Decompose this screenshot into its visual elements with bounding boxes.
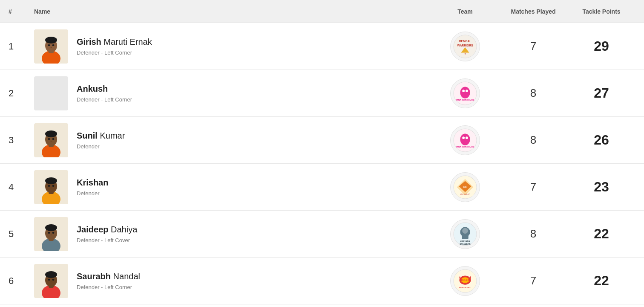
- svg-point-28: [462, 136, 465, 139]
- player-photo: [34, 217, 68, 251]
- player-info: Jaideep Dahiya Defender - Left Cover: [77, 225, 431, 243]
- svg-point-51: [51, 235, 52, 235]
- svg-point-22: [45, 130, 57, 137]
- svg-point-49: [48, 232, 50, 234]
- table-row[interactable]: 5 Jaideep Dahiya Defender - Left Cover H…: [0, 211, 644, 258]
- tackle-points: 23: [567, 179, 635, 195]
- header-rank: #: [9, 8, 34, 15]
- svg-point-50: [52, 232, 55, 234]
- table-header: # Name Team Matches Played Tackle Points: [0, 0, 644, 23]
- svg-point-7: [51, 47, 52, 48]
- player-position: Defender: [77, 190, 431, 197]
- svg-point-62: [45, 271, 57, 278]
- table-row[interactable]: 3 Sunil Kumar Defender PINK PANTHERS: [0, 117, 644, 164]
- player-position: Defender - Left Corner: [77, 96, 431, 103]
- player-info: Ankush Defender - Left Corner: [77, 84, 431, 103]
- team-circle: PINK PANTHERS: [450, 78, 480, 108]
- tackle-points: 22: [567, 226, 635, 242]
- svg-point-23: [48, 138, 50, 140]
- svg-text:WARRIORS: WARRIORS: [457, 44, 473, 47]
- matches-played: 8: [499, 87, 567, 100]
- svg-point-16: [466, 90, 468, 92]
- player-last-name: Maruti Ernak: [104, 37, 152, 46]
- svg-point-27: [460, 133, 470, 145]
- player-last-name: Nandal: [113, 272, 140, 281]
- matches-played: 7: [499, 40, 567, 53]
- tackle-points: 26: [567, 132, 635, 148]
- player-name: Saurabh Nandal: [77, 272, 431, 281]
- player-info: Sunil Kumar Defender: [77, 131, 431, 150]
- svg-text:STEELERS: STEELERS: [460, 243, 471, 245]
- player-rank: 4: [9, 182, 34, 193]
- svg-rect-55: [462, 235, 468, 239]
- svg-point-54: [462, 228, 468, 234]
- svg-point-25: [51, 141, 52, 142]
- svg-point-64: [52, 279, 55, 281]
- header-tackle: Tackle Points: [567, 8, 635, 15]
- player-photo: [34, 170, 68, 204]
- svg-point-35: [45, 177, 57, 184]
- player-rank: 6: [9, 275, 34, 287]
- player-rank: 3: [9, 135, 34, 146]
- team-circle: GG GUJARAT: [450, 172, 480, 202]
- player-name: Girish Maruti Ernak: [77, 37, 431, 47]
- player-rank: 5: [9, 229, 34, 240]
- player-rank: 2: [9, 88, 34, 99]
- player-first-name: Ankush: [77, 84, 108, 93]
- team-circle: BULLS BENGALURU: [450, 266, 480, 296]
- player-first-name: Girish: [77, 37, 101, 46]
- svg-point-65: [51, 281, 52, 282]
- svg-point-37: [52, 185, 55, 187]
- table-row[interactable]: 6 Saurabh Nandal Defender - Left Corner …: [0, 258, 644, 304]
- header-team: Team: [431, 8, 499, 15]
- team-circle: PINK PANTHERS: [450, 125, 480, 155]
- player-position: Defender - Left Corner: [77, 49, 431, 56]
- player-info: Girish Maruti Ernak Defender - Left Corn…: [77, 37, 431, 56]
- player-last-name: Kumar: [100, 131, 125, 140]
- matches-played: 7: [499, 274, 567, 287]
- team-circle: HARYANA STEELERS: [450, 219, 480, 249]
- player-photo: [34, 123, 68, 157]
- svg-point-6: [52, 44, 55, 46]
- team-logo: BENGAL WARRIORS ★: [431, 32, 499, 61]
- player-photo: [34, 264, 68, 298]
- matches-played: 7: [499, 180, 567, 194]
- svg-text:GUJARAT: GUJARAT: [460, 194, 470, 196]
- svg-point-29: [466, 136, 468, 139]
- player-first-name: Jaideep: [77, 225, 108, 234]
- svg-point-14: [460, 87, 470, 98]
- svg-point-15: [462, 90, 465, 92]
- svg-point-36: [48, 185, 50, 187]
- svg-text:BENGALURU: BENGALURU: [459, 287, 471, 289]
- header-matches: Matches Played: [499, 8, 567, 15]
- player-name: Jaideep Dahiya: [77, 225, 431, 235]
- player-list: 1 Girish Maruti Ernak Defender - Left Co…: [0, 23, 644, 304]
- svg-text:BULLS: BULLS: [461, 279, 469, 281]
- player-position: Defender: [77, 143, 431, 150]
- player-info: Krishan Defender: [77, 178, 431, 197]
- svg-text:PINK PANTHERS: PINK PANTHERS: [456, 145, 474, 148]
- svg-text:PINK PANTHERS: PINK PANTHERS: [456, 98, 474, 101]
- player-last-name: Dahiya: [111, 225, 137, 234]
- player-photo: [34, 29, 68, 64]
- player-first-name: Sunil: [77, 131, 98, 140]
- svg-point-24: [52, 138, 55, 140]
- player-first-name: Krishan: [77, 178, 108, 187]
- svg-point-63: [48, 279, 50, 281]
- player-photo-placeholder: [34, 76, 68, 110]
- table-row[interactable]: 2 Ankush Defender - Left Corner PINK PAN…: [0, 70, 644, 117]
- player-position: Defender - Left Corner: [77, 284, 431, 290]
- player-info: Saurabh Nandal Defender - Left Corner: [77, 272, 431, 290]
- team-logo: PINK PANTHERS: [431, 125, 499, 155]
- tackle-points: 27: [567, 85, 635, 101]
- team-logo: PINK PANTHERS: [431, 78, 499, 108]
- header-name: Name: [34, 8, 431, 15]
- svg-text:GG: GG: [463, 185, 468, 188]
- svg-text:BENGAL: BENGAL: [459, 40, 472, 43]
- table-row[interactable]: 1 Girish Maruti Ernak Defender - Left Co…: [0, 23, 644, 70]
- player-name: Sunil Kumar: [77, 131, 431, 141]
- player-name: Krishan: [77, 178, 431, 188]
- player-rank: 1: [9, 41, 34, 52]
- table-row[interactable]: 4 Krishan Defender GG GUJARAT 7 2: [0, 164, 644, 211]
- team-logo: BULLS BENGALURU: [431, 266, 499, 296]
